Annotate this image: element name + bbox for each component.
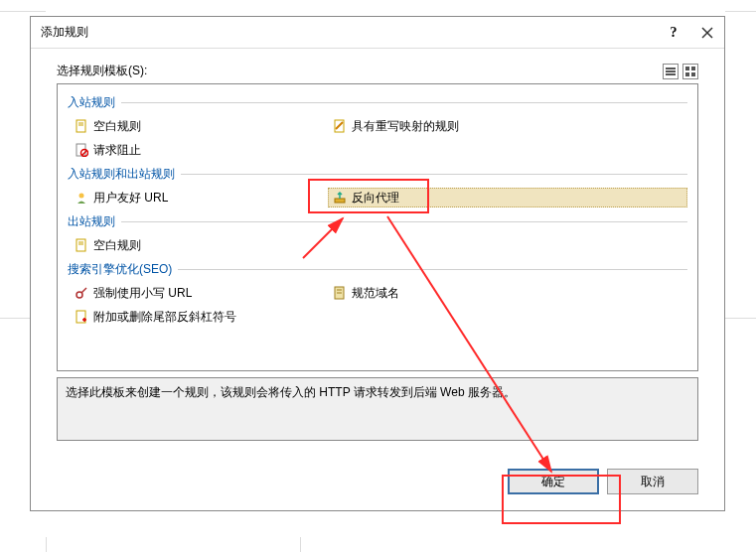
list-icon — [665, 66, 677, 77]
document-icon — [74, 118, 89, 134]
svg-rect-17 — [335, 199, 345, 203]
template-label: 强制使用小写 URL — [93, 285, 192, 302]
template-item-trailing[interactable]: 附加或删除尾部反斜杠符号 — [70, 307, 328, 327]
view-grid-button[interactable] — [682, 64, 698, 79]
template-label: 附加或删除尾部反斜杠符号 — [93, 309, 236, 326]
template-label: 用户友好 URL — [93, 190, 168, 207]
ok-button[interactable]: 确定 — [508, 469, 599, 494]
view-list-button[interactable] — [663, 64, 679, 79]
svg-rect-18 — [76, 239, 85, 251]
titlebar[interactable]: 添加规则 ? — [31, 17, 724, 49]
group-header-label: 入站规则 — [68, 94, 115, 111]
close-icon — [701, 27, 713, 39]
svg-line-22 — [81, 288, 86, 293]
block-icon — [74, 142, 89, 158]
bg-line — [725, 318, 756, 319]
template-label: 反向代理 — [352, 190, 399, 207]
template-item-blank-outbound[interactable]: 空白规则 — [70, 235, 328, 255]
person-icon — [74, 190, 89, 206]
svg-rect-7 — [685, 72, 689, 76]
svg-rect-3 — [666, 70, 676, 72]
template-item-mapping[interactable]: 具有重写映射的规则 — [328, 116, 687, 136]
svg-rect-5 — [685, 67, 689, 70]
cancel-button[interactable]: 取消 — [607, 469, 698, 494]
group-header-label: 入站规则和出站规则 — [68, 166, 175, 183]
template-item-lowercase[interactable]: 强制使用小写 URL — [70, 283, 328, 303]
grid-icon — [684, 66, 696, 77]
svg-rect-4 — [666, 73, 676, 75]
group-header-outbound: 出站规则 — [68, 209, 687, 233]
description-text: 选择此模板来创建一个规则，该规则会将传入的 HTTP 请求转发到后端 Web 服… — [66, 385, 516, 399]
description-panel: 选择此模板来创建一个规则，该规则会将传入的 HTTP 请求转发到后端 Web 服… — [57, 377, 698, 441]
svg-point-16 — [79, 194, 84, 199]
template-list[interactable]: 入站规则 空白规则 具有重写映射的规则 请求阻止 — [57, 83, 698, 371]
group-header-inbound: 入站规则 — [68, 90, 687, 114]
template-item-canonical[interactable]: 规范域名 — [328, 283, 687, 303]
bg-line — [725, 11, 756, 12]
template-label: 空白规则 — [93, 237, 141, 254]
group-header-label: 搜索引擎优化(SEO) — [68, 261, 172, 278]
group-header-seo: 搜索引擎优化(SEO) — [68, 257, 687, 281]
template-item-reverseproxy[interactable]: 反向代理 — [328, 188, 687, 207]
document-icon — [332, 285, 348, 301]
close-button[interactable] — [690, 17, 724, 49]
template-select-label: 选择规则模板(S): — [57, 63, 147, 79]
bg-line — [46, 537, 47, 552]
document-edit-icon — [332, 118, 348, 134]
divider — [178, 269, 687, 270]
svg-rect-9 — [76, 120, 85, 132]
add-rule-dialog: 添加规则 ? 选择规则模板(S): — [30, 16, 725, 511]
divider — [181, 174, 687, 175]
template-label: 规范域名 — [352, 285, 399, 302]
bg-line — [0, 11, 46, 12]
dialog-content: 选择规则模板(S): — [31, 49, 724, 455]
dialog-title: 添加规则 — [41, 24, 657, 41]
divider — [121, 102, 687, 103]
help-button[interactable]: ? — [657, 17, 690, 49]
bg-line — [300, 537, 301, 552]
proxy-icon — [332, 190, 348, 206]
template-label: 空白规则 — [93, 118, 141, 135]
svg-rect-6 — [691, 67, 695, 70]
template-item-blank-inbound[interactable]: 空白规则 — [70, 116, 328, 136]
divider — [121, 221, 687, 222]
tool-icon — [74, 285, 89, 301]
svg-rect-2 — [666, 68, 676, 69]
template-label: 具有重写映射的规则 — [352, 118, 459, 135]
group-header-in-out: 入站规则和出站规则 — [68, 162, 687, 186]
group-header-label: 出站规则 — [68, 213, 115, 230]
template-label: 请求阻止 — [93, 142, 141, 159]
template-item-block[interactable]: 请求阻止 — [70, 140, 328, 160]
svg-rect-8 — [691, 72, 695, 76]
document-add-icon — [74, 309, 89, 325]
document-icon — [74, 237, 89, 253]
bg-line — [0, 318, 30, 319]
button-bar: 确定 取消 — [31, 455, 724, 510]
template-item-userfriendly[interactable]: 用户友好 URL — [70, 188, 328, 207]
view-mode-buttons — [663, 64, 698, 79]
